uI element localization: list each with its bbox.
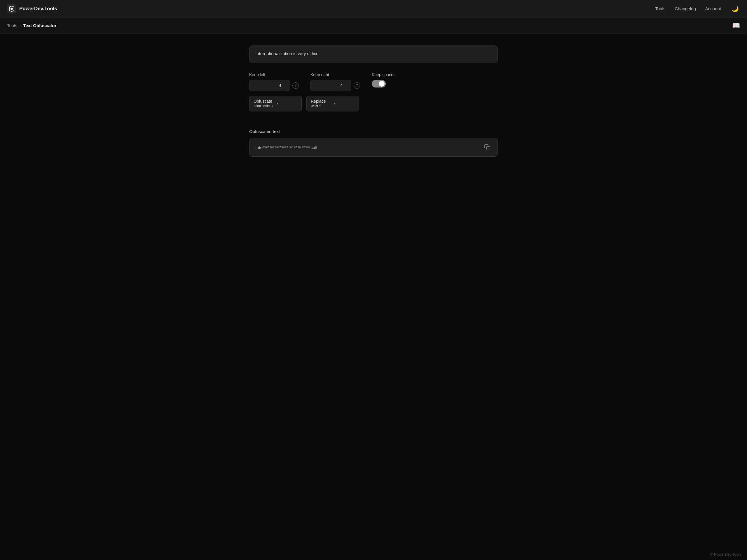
keep-spaces-toggle[interactable] bbox=[372, 80, 386, 87]
keep-right-input-wrapper: ? bbox=[310, 80, 360, 91]
nav-changelog-link[interactable]: Changelog bbox=[675, 6, 696, 11]
nav-account-link[interactable]: Account bbox=[705, 6, 721, 11]
controls-row: Keep left ? Keep right ? Keep spaces bbox=[249, 72, 498, 91]
replace-with-label: Replace with * bbox=[311, 99, 332, 108]
text-input[interactable] bbox=[249, 46, 498, 63]
dropdowns-row: Obfuscate characters ▾ Replace with * ▾ bbox=[249, 96, 498, 111]
toggle-slider bbox=[372, 80, 386, 87]
keep-right-help-icon[interactable]: ? bbox=[354, 82, 360, 89]
obfuscate-characters-label: Obfuscate characters bbox=[254, 99, 274, 108]
output-text: Inte*************** ** **** *****cult bbox=[255, 145, 480, 150]
obfuscate-dropdown-arrow: ▾ bbox=[277, 102, 297, 106]
replace-dropdown-arrow: ▾ bbox=[334, 102, 355, 106]
logo-icon bbox=[7, 4, 16, 14]
breadcrumb-bar: Tools › Text Obfuscator 📖 bbox=[0, 18, 747, 34]
keep-left-group: Keep left ? bbox=[249, 72, 299, 91]
nav-tools-link[interactable]: Tools bbox=[655, 6, 665, 11]
replace-with-dropdown[interactable]: Replace with * ▾ bbox=[306, 96, 359, 111]
footer-text: © PowerDev.Tools bbox=[710, 552, 741, 557]
keep-left-help-icon[interactable]: ? bbox=[292, 82, 299, 89]
navbar: PowerDev.Tools Tools Changelog Account 🌙 bbox=[0, 0, 747, 18]
keep-right-label: Keep right bbox=[310, 72, 360, 77]
breadcrumb-current: Text Obfuscator bbox=[23, 23, 56, 28]
breadcrumb-tools-link[interactable]: Tools bbox=[7, 23, 17, 28]
output-section-label: Obfuscated text bbox=[249, 129, 498, 134]
keep-spaces-label: Keep spaces bbox=[372, 72, 395, 77]
keep-left-label: Keep left bbox=[249, 72, 299, 77]
theme-toggle-button[interactable]: 🌙 bbox=[730, 4, 740, 14]
footer: © PowerDev.Tools bbox=[704, 549, 747, 560]
keep-right-input[interactable] bbox=[310, 80, 351, 91]
breadcrumb: Tools › Text Obfuscator bbox=[7, 23, 56, 28]
svg-point-1 bbox=[10, 7, 13, 10]
keep-spaces-group: Keep spaces bbox=[372, 72, 395, 87]
keep-right-group: Keep right ? bbox=[310, 72, 360, 91]
navbar-left: PowerDev.Tools bbox=[7, 4, 57, 14]
keep-left-input[interactable] bbox=[249, 80, 290, 91]
keep-left-input-wrapper: ? bbox=[249, 80, 299, 91]
book-icon[interactable]: 📖 bbox=[732, 22, 740, 29]
brand-name: PowerDev.Tools bbox=[19, 6, 57, 12]
svg-rect-2 bbox=[486, 146, 490, 150]
copy-button[interactable] bbox=[483, 143, 492, 152]
breadcrumb-separator: › bbox=[20, 23, 21, 28]
navbar-right: Tools Changelog Account 🌙 bbox=[655, 4, 740, 14]
obfuscate-characters-dropdown[interactable]: Obfuscate characters ▾ bbox=[249, 96, 302, 111]
main-content: Keep left ? Keep right ? Keep spaces bbox=[242, 34, 505, 168]
copy-icon bbox=[484, 144, 490, 151]
output-box: Inte*************** ** **** *****cult bbox=[249, 138, 498, 157]
